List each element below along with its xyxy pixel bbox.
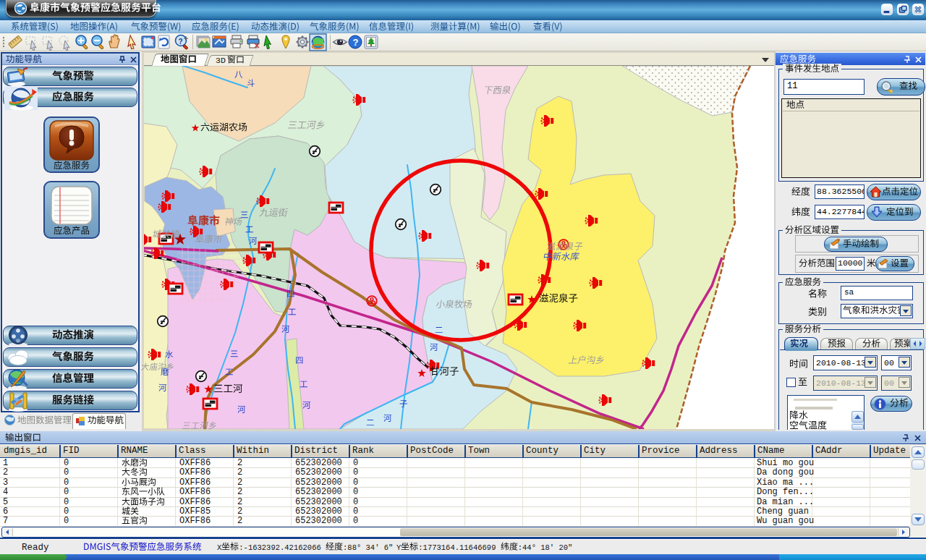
svg-text:?: ?: [178, 38, 182, 46]
svg-text:?: ?: [352, 37, 358, 48]
